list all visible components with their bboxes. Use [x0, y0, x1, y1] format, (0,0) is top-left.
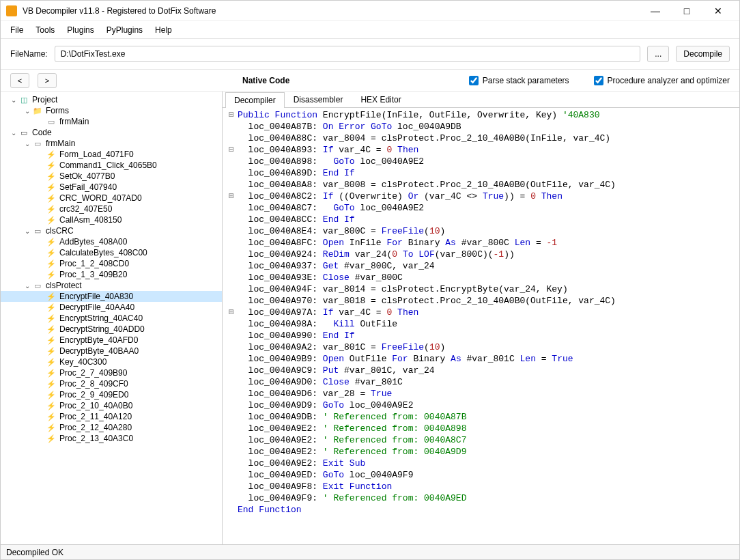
tree-item[interactable]: ⌄◫Project	[1, 94, 222, 105]
tree-item[interactable]: ⚡EncryptString_40AC40	[1, 313, 222, 324]
window-title: VB Decompiler v11.8 - Registered to DotF…	[23, 6, 640, 16]
chevron-down-icon[interactable]: ⌄	[23, 282, 32, 290]
tree-item-label: DecryptByte_40BAA0	[59, 346, 139, 356]
tree-item[interactable]: ⚡Proc_2_9_409ED0	[1, 389, 222, 400]
menu-file[interactable]: File	[5, 23, 29, 38]
tree-item-label: Code	[32, 128, 52, 137]
project-tree[interactable]: ⌄◫Project⌄📁Forms▭frmMain⌄▭Code⌄▭frmMain⚡…	[1, 92, 223, 544]
code-line: ⊟ loc_0040A893: If var_4C = 0 Then	[225, 144, 737, 156]
fold-icon[interactable]: ⊟	[225, 144, 238, 156]
code-line: loc_0040A937: Get #var_800C, var_24	[225, 260, 737, 272]
maximize-button[interactable]: □	[671, 1, 702, 21]
tree-item[interactable]: ⚡Proc_1_3_409B20	[1, 269, 222, 280]
code-line: loc_0040A88C: var_8004 = clsProtect.Proc…	[225, 132, 737, 144]
parse-stack-checkbox[interactable]: Parse stack parameters	[469, 76, 569, 85]
tree-item-label: frmMain	[46, 139, 75, 148]
menu-help[interactable]: Help	[150, 23, 177, 38]
tree-item[interactable]: ⚡Proc_1_2_408CD0	[1, 258, 222, 269]
tree-item[interactable]: ⚡SetFail_407940	[1, 182, 222, 193]
fn-b-icon: ⚡	[46, 303, 57, 312]
minimize-button[interactable]: —	[640, 1, 671, 21]
proc-analyzer-checkbox[interactable]: Procedure analyzer and optimizer	[594, 76, 730, 85]
tab-disassembler[interactable]: Disassembler	[285, 92, 352, 107]
menu-plugins[interactable]: Plugins	[61, 23, 99, 38]
menu-tools[interactable]: Tools	[30, 23, 60, 38]
tree-item[interactable]: ⚡CRC_WORD_407AD0	[1, 193, 222, 204]
tree-item[interactable]: ⚡DecryptString_40ADD0	[1, 324, 222, 335]
code-line: loc_0040A98A: Kill OutFile	[225, 318, 737, 330]
tab-hexeditor[interactable]: HEX Editor	[352, 92, 410, 107]
fn-g-icon: ⚡	[46, 401, 57, 410]
proc-analyzer-input[interactable]	[594, 76, 603, 85]
tree-item-label: Form_Load_4071F0	[59, 150, 134, 159]
fn-b-icon: ⚡	[46, 171, 57, 181]
tree-item[interactable]: ⚡Key_40C300	[1, 356, 222, 367]
parse-stack-label: Parse stack parameters	[483, 76, 569, 85]
tree-item[interactable]: ⚡EncryptFile_40A830	[1, 291, 222, 302]
tree-item[interactable]: ⚡SetOk_4077B0	[1, 171, 222, 182]
tree-item-label: Proc_2_7_409B90	[59, 368, 127, 378]
chevron-down-icon[interactable]: ⌄	[23, 107, 32, 115]
fn-g-icon: ⚡	[46, 270, 57, 279]
fold-icon[interactable]: ⊟	[225, 109, 238, 121]
code-line: ⊟ loc_0040A97A: If var_4C = 0 Then	[225, 307, 737, 318]
nav-forward-button[interactable]: >	[38, 73, 57, 88]
fn-g-icon: ⚡	[46, 412, 57, 421]
fold-icon[interactable]: ⊟	[225, 307, 238, 318]
chevron-down-icon[interactable]: ⌄	[9, 96, 18, 104]
tree-item[interactable]: ⌄▭frmMain	[1, 138, 222, 149]
code-line: loc_0040A9ED: GoTo loc_0040A9F9	[225, 469, 737, 481]
fn-g-icon: ⚡	[46, 379, 57, 389]
menu-pyplugins[interactable]: PyPlugins	[101, 23, 148, 38]
filename-input[interactable]	[55, 46, 641, 62]
tree-item[interactable]: ⚡Proc_2_12_40A280	[1, 422, 222, 433]
parse-stack-input[interactable]	[469, 76, 479, 85]
tree-item[interactable]: ⚡Proc_2_10_40A0B0	[1, 400, 222, 411]
code-line: loc_0040A9C9: Put #var_801C, var_24	[225, 365, 737, 376]
form-icon: ▭	[32, 281, 43, 290]
code-view[interactable]: ⊟Public Function EncryptFile(InFile, Out…	[223, 108, 739, 544]
tree-item[interactable]: ⚡CallAsm_408150	[1, 214, 222, 225]
tree-item[interactable]: ⚡CalculateBytes_408C00	[1, 247, 222, 258]
tree-item-label: Key_40C300	[59, 357, 106, 367]
tree-item[interactable]: ⚡DecryptByte_40BAA0	[1, 346, 222, 356]
tree-item[interactable]: ⌄▭clsCRC	[1, 225, 222, 236]
code-line: loc_0040A9A2: var_801C = FreeFile(10)	[225, 341, 737, 353]
browse-button[interactable]: ...	[647, 46, 669, 62]
tree-item[interactable]: ⚡Form_Load_4071F0	[1, 149, 222, 160]
code-line: loc_0040A9E2: Exit Sub	[225, 458, 737, 469]
nav-back-button[interactable]: <	[10, 73, 29, 88]
code-line: loc_0040A93E: Close #var_800C	[225, 272, 737, 283]
tree-item[interactable]: ⌄▭clsProtect	[1, 280, 222, 291]
code-line: loc_0040A9F8: Exit Function	[225, 481, 737, 492]
proc-analyzer-label: Procedure analyzer and optimizer	[608, 76, 730, 85]
tree-item[interactable]: ⚡Proc_2_13_40A3C0	[1, 433, 222, 444]
chevron-down-icon[interactable]: ⌄	[23, 140, 32, 148]
tree-item[interactable]: ⌄▭Code	[1, 127, 222, 138]
code-line: loc_0040A9DB: ' Referenced from: 0040A87…	[225, 411, 737, 423]
tree-item[interactable]: ⌄📁Forms	[1, 105, 222, 116]
tree-item[interactable]: ⚡EncryptByte_40AFD0	[1, 335, 222, 346]
tree-item[interactable]: ⚡AddBytes_408A00	[1, 236, 222, 247]
tree-item[interactable]: ⚡Proc_2_11_40A120	[1, 411, 222, 422]
fn-y-icon: ⚡	[46, 160, 57, 170]
tree-item[interactable]: ⚡Proc_2_7_409B90	[1, 367, 222, 378]
code-line: loc_0040A8C7: GoTo loc_0040A9E2	[225, 202, 737, 214]
code-line: loc_0040A924: ReDim var_24(0 To LOF(var_…	[225, 249, 737, 260]
tree-item[interactable]: ⚡DecryptFile_40AA40	[1, 302, 222, 313]
tree-item-label: SetOk_4077B0	[59, 171, 115, 181]
chevron-down-icon[interactable]: ⌄	[9, 129, 18, 137]
tab-decompiler[interactable]: Decompiler	[225, 92, 285, 108]
tree-item[interactable]: ⚡crc32_407E50	[1, 204, 222, 214]
fn-b-icon: ⚡	[46, 215, 57, 225]
code-type-label: Native Code	[242, 76, 289, 85]
close-button[interactable]: ✕	[702, 1, 734, 21]
chevron-down-icon[interactable]: ⌄	[23, 227, 32, 235]
fold-icon[interactable]: ⊟	[225, 191, 238, 202]
tree-item[interactable]: ▭frmMain	[1, 116, 222, 127]
tree-item-label: EncryptFile_40A830	[59, 292, 133, 301]
decompile-button[interactable]: Decompile	[676, 46, 730, 62]
tree-item[interactable]: ⚡Command1_Click_4065B0	[1, 160, 222, 171]
tree-item[interactable]: ⚡Proc_2_8_409CF0	[1, 378, 222, 389]
fn-b-icon: ⚡	[46, 357, 57, 367]
